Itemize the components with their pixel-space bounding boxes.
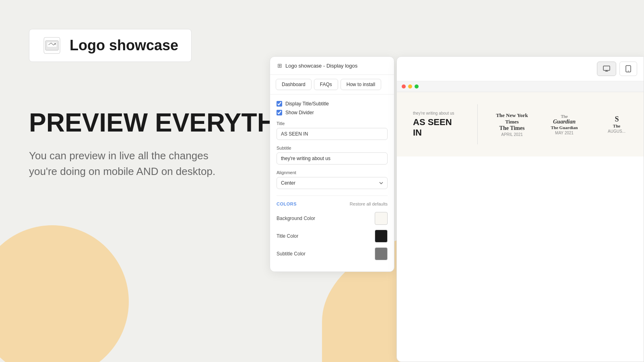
settings-icon: ⊞: [277, 62, 282, 69]
title-color-row: Title Color: [277, 230, 388, 243]
browser-dot-red: [402, 84, 406, 88]
show-divider-label: Show Divider: [285, 110, 314, 115]
subtitle-color-row: Subtitle Color: [277, 247, 388, 260]
title-input[interactable]: [277, 128, 388, 140]
august-logo-name: S: [599, 115, 635, 123]
preview-subtitle: they're writing about us: [413, 111, 461, 115]
right-panel: ⊞ Logo showcase - Display logos Dashboar…: [270, 56, 644, 362]
settings-body: Display Title/Subtitle Show Divider Titl…: [270, 95, 394, 272]
svg-point-6: [628, 71, 629, 72]
background-color-swatch[interactable]: [375, 212, 388, 225]
guardian-the-prefix: The: [546, 114, 582, 119]
august-logo-date: AUGUS...: [599, 129, 635, 134]
guardian-logo-name: Guardian: [546, 119, 582, 125]
restore-defaults-btn[interactable]: Restore all defaults: [350, 202, 388, 206]
subtitle-field-group: Subtitle: [277, 146, 388, 165]
svg-rect-4: [603, 66, 610, 70]
august-publication: The: [599, 123, 635, 128]
browser-dot-green: [415, 84, 419, 88]
subtitle-input[interactable]: [277, 152, 388, 165]
desktop-view-btn[interactable]: [597, 62, 616, 76]
list-item: The New York Times The Times APRIL 2021: [494, 112, 530, 137]
show-divider-checkbox[interactable]: [277, 110, 282, 115]
alignment-field-group: Alignment Left Center Right: [277, 170, 388, 189]
colors-header: COLORS Restore all defaults: [277, 202, 388, 206]
list-item: The Guardian The Guardian MAY 2021: [546, 114, 582, 135]
svg-point-3: [54, 43, 56, 45]
header-logo-card: Logo showcase: [29, 29, 192, 62]
guardian-logo-date: MAY 2021: [546, 131, 582, 135]
app-icon: [42, 36, 62, 55]
settings-title: Logo showcase - Display logos: [285, 63, 357, 69]
display-title-subtitle-checkbox[interactable]: [277, 101, 282, 107]
preview-logo-showcase: they're writing about us AS SEEN IN The …: [397, 92, 644, 156]
background-color-row: Background Color: [277, 212, 388, 225]
title-color-label: Title Color: [277, 233, 298, 239]
subtitle-field-label: Subtitle: [277, 146, 388, 150]
settings-header: ⊞ Logo showcase - Display logos: [270, 57, 394, 75]
list-item: S The AUGUS...: [599, 115, 635, 134]
show-divider-row: Show Divider: [277, 110, 388, 115]
app-title: Logo showcase: [70, 37, 178, 54]
logo-items-list: The New York Times The Times APRIL 2021 …: [494, 112, 635, 137]
title-field-group: Title: [277, 121, 388, 140]
preview-toolbar: [397, 57, 644, 81]
settings-nav: Dashboard FAQs How to install: [270, 75, 394, 95]
preview-panel: they're writing about us AS SEEN IN The …: [396, 56, 644, 362]
mobile-view-btn[interactable]: [619, 62, 637, 76]
display-title-subtitle-label: Display Title/Subtitle: [285, 101, 329, 107]
guardian-publication: The Guardian: [546, 125, 582, 130]
preview-browser: they're writing about us AS SEEN IN The …: [397, 81, 644, 156]
alignment-field-label: Alignment: [277, 170, 388, 175]
alignment-select[interactable]: Left Center Right: [277, 177, 388, 189]
title-color-swatch[interactable]: [375, 230, 388, 243]
colors-section: COLORS Restore all defaults Background C…: [277, 195, 388, 260]
browser-bar: [397, 81, 644, 92]
dashboard-nav-btn[interactable]: Dashboard: [276, 79, 312, 90]
how-to-install-nav-btn[interactable]: How to install: [341, 79, 381, 90]
preview-headline-block: they're writing about us AS SEEN IN: [413, 111, 461, 138]
times-logo-date: APRIL 2021: [494, 132, 530, 137]
hero-subtext: You can preview in live all the changes …: [29, 148, 238, 179]
subtitle-color-swatch[interactable]: [375, 247, 388, 260]
display-title-subtitle-row: Display Title/Subtitle: [277, 101, 388, 107]
subtitle-color-label: Subtitle Color: [277, 251, 305, 257]
settings-panel: ⊞ Logo showcase - Display logos Dashboar…: [270, 56, 394, 272]
background-color-label: Background Color: [277, 216, 315, 221]
background-blob-left: [0, 225, 129, 362]
preview-title: AS SEEN IN: [413, 117, 461, 138]
browser-dot-yellow: [408, 84, 412, 88]
colors-title: COLORS: [277, 202, 297, 206]
preview-divider: [477, 104, 478, 144]
times-logo-name: The Times: [494, 125, 530, 132]
nyt-logo-name: The New York Times: [494, 112, 530, 125]
title-field-label: Title: [277, 121, 388, 126]
faqs-nav-btn[interactable]: FAQs: [314, 79, 338, 90]
